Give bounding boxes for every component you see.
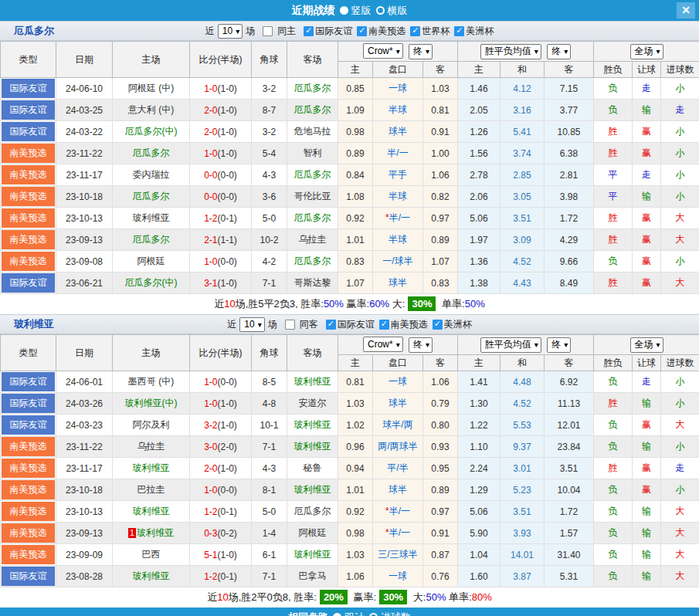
cell-date: 23-10-18 — [56, 479, 113, 501]
cell-home-team: 厄瓜多尔 — [113, 186, 190, 208]
cell-result-outcome: 负 — [594, 251, 633, 272]
cell-avg-draw: 3.93 — [500, 523, 545, 544]
cell-result-outcome: 负 — [594, 566, 633, 587]
league-badge: 南美预选 — [2, 502, 55, 521]
match-count-select[interactable]: 10 — [239, 317, 264, 332]
odds-company-select[interactable]: Crow* — [363, 43, 403, 59]
avg-odds-value: 胜平负均值 — [485, 338, 531, 351]
league-badge: 国际友谊 — [2, 273, 55, 293]
same-venue-checkbox[interactable] — [285, 320, 295, 330]
league-badge: 国际友谊 — [2, 100, 55, 120]
cell-away-odds: 0.80 — [423, 415, 458, 436]
avg-final-select[interactable]: 终 — [547, 44, 571, 59]
league-badge: 南美预选 — [2, 230, 55, 249]
cell-avg-home: 2.24 — [458, 458, 500, 479]
period-select[interactable]: 全场 — [630, 337, 663, 353]
cell-avg-home: 1.46 — [458, 78, 500, 100]
handicap-name: 一球 — [389, 83, 407, 93]
home-team-name: 玻利维亚 — [133, 462, 170, 473]
home-team-name: 委内瑞拉 — [133, 169, 170, 180]
competition-checkbox[interactable] — [433, 320, 443, 330]
cell-result-handicap: 输 — [633, 100, 661, 121]
cell-result-handicap: 赢 — [633, 143, 661, 164]
table-row: 国际友谊23-08-28玻利维亚1-2(0-1)7-1巴拿马1.06一球0.76… — [1, 566, 699, 587]
cell-avg-home: 5.90 — [458, 523, 500, 544]
cell-home-team: 玻利维亚(中) — [113, 393, 190, 415]
halftime-score: (1-0) — [218, 398, 237, 409]
competition-checkbox[interactable] — [379, 320, 389, 330]
cell-corners: 7-1 — [252, 436, 287, 458]
table-row: 国际友谊24-03-26玻利维亚(中)1-0(1-0)4-8安道尔1.03球半0… — [1, 393, 699, 415]
league-badge: 南美预选 — [2, 187, 55, 206]
subcol-outcome: 胜负 — [594, 62, 633, 78]
cell-league: 国际友谊 — [1, 566, 56, 587]
cell-away-team: 厄瓜多尔 — [287, 164, 338, 186]
competition-checkbox[interactable] — [410, 26, 420, 36]
competition-label: 世界杯 — [422, 25, 450, 38]
cell-date: 23-08-28 — [56, 566, 113, 587]
cell-away-team: 玻利维亚 — [287, 544, 338, 566]
handicap-name: 球半 — [389, 126, 407, 137]
cell-avg-away: 10.04 — [545, 479, 594, 501]
layout-mode-radio[interactable] — [376, 6, 385, 15]
cell-result-handicap: 赢 — [633, 458, 661, 479]
handicap-name: 两/两球半 — [378, 441, 417, 452]
cell-result-goals: 小 — [661, 371, 699, 393]
cell-avg-draw: 3.51 — [500, 501, 545, 523]
table-row: 南美预选23-10-13玻利维亚1-2(0-1)5-0厄瓜多尔0.92*半/一0… — [1, 501, 699, 523]
competition-checkbox[interactable] — [326, 320, 336, 330]
halftime-score: (1-0) — [218, 148, 237, 159]
odds-group-header: Crow* 终 — [338, 335, 458, 355]
away-team-name: 危地马拉 — [294, 126, 331, 137]
cell-home-odds: 0.83 — [338, 251, 373, 272]
close-button[interactable]: ✕ — [677, 2, 695, 19]
cell-league: 国际友谊 — [1, 78, 56, 100]
same-trend-radio[interactable] — [333, 613, 341, 616]
same-venue-checkbox[interactable] — [263, 26, 273, 36]
halftime-score: (1-1) — [218, 235, 237, 245]
odds-company-select[interactable]: Crow* — [363, 337, 403, 352]
cell-home-team: 巴西 — [113, 544, 190, 566]
cell-avg-home: 5.06 — [458, 501, 500, 523]
competition-checkbox[interactable] — [304, 26, 314, 36]
cell-score: 3-0(2-0) — [190, 436, 252, 458]
cell-corners: 10-2 — [252, 229, 287, 251]
halftime-score: (1-0) — [218, 83, 237, 94]
cell-score: 1-0(0-0) — [190, 371, 252, 393]
table-row: 南美预选23-09-13厄瓜多尔2-1(1-1)10-2乌拉圭1.01半球0.8… — [1, 229, 699, 251]
handicap-name: 三/三球半 — [378, 549, 417, 560]
odds-final-value: 终 — [413, 338, 422, 351]
competition-checkbox[interactable] — [357, 26, 367, 36]
avg-odds-select[interactable]: 胜平负均值 — [480, 337, 541, 353]
cell-away-odds: 0.89 — [423, 479, 458, 501]
cell-avg-home: 1.60 — [458, 566, 500, 587]
panel-title: 近期战绩 — [292, 4, 335, 18]
avg-odds-select[interactable]: 胜平负均值 — [480, 44, 541, 59]
period-select[interactable]: 全场 — [630, 44, 663, 59]
cell-avg-draw: 4.12 — [500, 78, 545, 100]
same-trend-radio[interactable] — [369, 613, 378, 616]
cell-home-odds: 0.98 — [338, 121, 373, 143]
cell-avg-away: 12.01 — [545, 415, 594, 436]
cell-away-team: 阿根廷 — [287, 523, 338, 544]
handicap-name: 半/一 — [389, 527, 410, 538]
cell-away-odds: 0.83 — [423, 272, 458, 294]
avg-final-select[interactable]: 终 — [547, 337, 571, 353]
odds-final-select[interactable]: 终 — [409, 337, 433, 353]
same-venue-label: 同客 — [300, 318, 318, 331]
subcol-odds-home: 主 — [338, 62, 373, 78]
layout-mode-radio[interactable] — [340, 6, 348, 15]
cell-score: 1-2(0-1) — [190, 501, 252, 523]
subcol-goals-result: 进球数 — [661, 62, 699, 78]
cell-avg-away: 4.29 — [545, 229, 594, 251]
summary-segment: 50% — [465, 298, 485, 310]
competition-checkbox[interactable] — [454, 26, 464, 36]
odds-final-select[interactable]: 终 — [409, 44, 433, 59]
league-badge: 国际友谊 — [2, 122, 55, 141]
cell-result-outcome: 负 — [594, 371, 633, 393]
match-count-select[interactable]: 10 — [218, 24, 243, 39]
home-team-name: 玻利维亚 — [137, 527, 174, 538]
cell-avg-draw: 3.51 — [500, 208, 545, 229]
cell-date: 23-09-09 — [56, 544, 113, 566]
cell-league: 南美预选 — [1, 229, 56, 251]
